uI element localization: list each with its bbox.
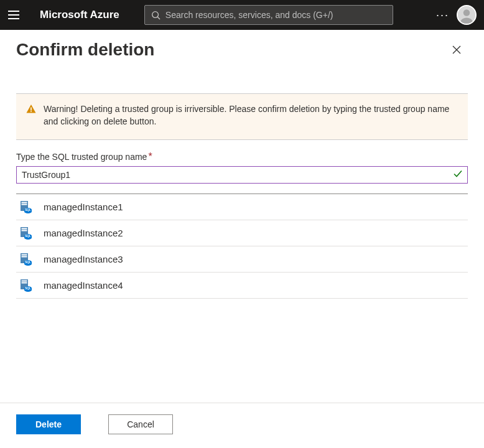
sql-instance-icon: SQL bbox=[19, 252, 34, 266]
list-item: SQL managedInstance3 bbox=[16, 246, 468, 273]
dialog-content: Warning! Deleting a trusted group is irr… bbox=[0, 93, 484, 299]
svg-rect-8 bbox=[22, 204, 27, 205]
close-icon bbox=[452, 45, 461, 54]
more-actions-button[interactable]: ··· bbox=[436, 9, 449, 22]
list-item: SQL managedInstance4 bbox=[16, 273, 468, 299]
svg-rect-22 bbox=[22, 281, 27, 282]
top-nav-bar: Microsoft Azure ··· bbox=[0, 0, 484, 30]
field-label: Type the SQL trusted group name bbox=[16, 152, 147, 162]
svg-rect-7 bbox=[22, 202, 27, 203]
warning-icon bbox=[26, 104, 36, 128]
search-input[interactable] bbox=[165, 10, 386, 20]
sql-instance-icon: SQL bbox=[19, 278, 34, 292]
svg-rect-12 bbox=[22, 228, 27, 230]
sql-instance-icon: SQL bbox=[19, 200, 34, 213]
svg-text:SQL: SQL bbox=[25, 287, 31, 290]
required-indicator: * bbox=[148, 151, 152, 162]
list-item: SQL managedInstance2 bbox=[16, 220, 468, 246]
instance-name: managedInstance1 bbox=[44, 202, 123, 212]
page-header: Confirm deletion bbox=[0, 30, 484, 60]
svg-text:SQL: SQL bbox=[25, 235, 31, 238]
svg-rect-17 bbox=[22, 254, 27, 256]
warning-banner: Warning! Deleting a trusted group is irr… bbox=[16, 93, 468, 140]
checkmark-icon bbox=[453, 169, 463, 181]
avatar-icon bbox=[458, 6, 475, 24]
svg-text:SQL: SQL bbox=[25, 261, 31, 264]
confirm-name-field: Type the SQL trusted group name* bbox=[16, 151, 468, 184]
svg-rect-5 bbox=[30, 111, 32, 112]
svg-rect-18 bbox=[22, 256, 27, 258]
svg-point-0 bbox=[152, 11, 159, 17]
svg-line-1 bbox=[157, 17, 160, 19]
account-avatar[interactable] bbox=[457, 5, 477, 25]
page-title: Confirm deletion bbox=[16, 40, 154, 60]
svg-rect-23 bbox=[22, 282, 27, 284]
svg-rect-4 bbox=[30, 108, 32, 111]
warning-text: Warning! Deleting a trusted group is irr… bbox=[44, 103, 458, 128]
svg-point-3 bbox=[463, 9, 470, 16]
hamburger-icon bbox=[8, 11, 19, 19]
instance-list: SQL managedInstance1 SQL managedInstance… bbox=[16, 194, 468, 299]
sql-instance-icon: SQL bbox=[19, 226, 34, 240]
trusted-group-name-input[interactable] bbox=[16, 166, 468, 184]
instance-name: managedInstance2 bbox=[44, 228, 123, 238]
svg-text:SQL: SQL bbox=[25, 208, 31, 212]
close-button[interactable] bbox=[447, 40, 467, 60]
delete-button[interactable]: Delete bbox=[16, 414, 81, 434]
svg-rect-13 bbox=[22, 230, 27, 231]
search-icon bbox=[151, 11, 161, 20]
list-item: SQL managedInstance1 bbox=[16, 194, 468, 220]
dialog-footer: Delete Cancel bbox=[0, 403, 484, 448]
global-search[interactable] bbox=[144, 5, 393, 25]
instance-name: managedInstance3 bbox=[44, 254, 123, 264]
instance-name: managedInstance4 bbox=[44, 280, 123, 291]
hamburger-menu-button[interactable] bbox=[5, 6, 22, 24]
cancel-button[interactable]: Cancel bbox=[108, 414, 173, 434]
brand-label: Microsoft Azure bbox=[40, 9, 119, 21]
